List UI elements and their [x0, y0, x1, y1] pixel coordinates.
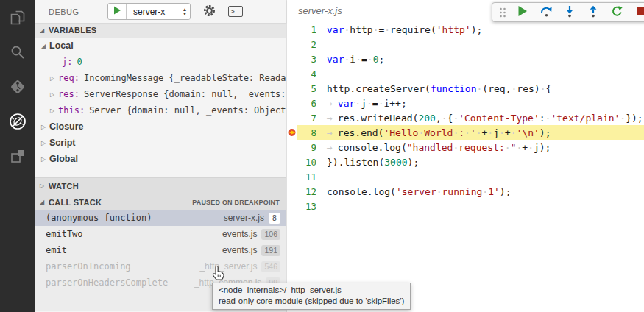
line-number: 13 — [299, 201, 316, 212]
code-line-12[interactable]: 12console.log('server·running·1'); — [287, 184, 644, 199]
code-line-6[interactable]: 6→var·j·=·i++; — [287, 96, 644, 110]
stop-button[interactable] — [631, 4, 644, 21]
restart-button[interactable] — [608, 4, 626, 21]
breakpoint-gutter[interactable] — [287, 22, 299, 37]
scope-row-global[interactable]: ▷Global — [35, 151, 286, 167]
frame-location: events.js191 — [222, 245, 280, 256]
breakpoint-gutter[interactable] — [287, 169, 299, 184]
launch-config-name: server-x — [127, 7, 180, 17]
frame-function-name: emit — [46, 245, 67, 255]
code-line-10[interactable]: 10}).listen(3000); — [287, 155, 644, 169]
continue-icon — [517, 5, 528, 19]
breakpoint-gutter[interactable] — [287, 184, 299, 199]
watch-pane-title: WATCH — [49, 182, 79, 191]
activity-bar — [0, 0, 35, 312]
code-line-1[interactable]: 1var·http·=·require('http'); — [287, 22, 644, 37]
code-line-4[interactable]: 4 — [287, 66, 644, 81]
scope-label: Local — [49, 40, 74, 51]
breakpoint-gutter[interactable] — [287, 199, 299, 213]
code-line-3[interactable]: 3var·i·=·0; — [287, 52, 644, 66]
step-into-button[interactable] — [561, 4, 578, 21]
frame-function-name: parserOnHeadersComplete — [46, 277, 168, 288]
step-out-button[interactable] — [584, 4, 602, 21]
variable-row-j[interactable]: j:0 — [35, 54, 286, 70]
chevron-collapsed-icon: ▷ — [50, 107, 58, 114]
variable-row-req[interactable]: ▷req:IncomingMessage {_readableState: Re… — [35, 70, 286, 86]
toolbar-drag-handle[interactable] — [498, 4, 508, 21]
variable-row-this[interactable]: ▷this:Server {domain: null, _events: Obj… — [35, 102, 286, 118]
mouse-cursor-hand-icon — [211, 265, 227, 286]
code-line-8[interactable]: 8→res.end('Hello·World·:·'·+·j·+·'\n'); — [287, 125, 644, 140]
search-tab[interactable] — [0, 35, 35, 69]
breakpoint-current-icon[interactable] — [287, 125, 299, 140]
callstack-frame-emittwo[interactable]: emitTwoevents.js106 — [35, 226, 286, 242]
explorer-tab[interactable] — [0, 0, 35, 35]
variable-value: Server {domain: null, _events: Object, … — [89, 105, 286, 116]
breakpoint-gutter[interactable] — [287, 140, 299, 155]
select-stepper-icon: ▲▼ — [180, 7, 190, 15]
sidebar-title: DEBUG — [49, 7, 79, 16]
variable-name: res: — [58, 89, 79, 99]
source-control-tab[interactable] — [0, 69, 35, 104]
debug-tab[interactable] — [0, 104, 35, 138]
scope-label: Script — [49, 138, 75, 148]
code-line-9[interactable]: 9→console.log("handled·request:·"·+·j); — [287, 140, 644, 155]
variable-value: IncomingMessage {_readableState: Readabl… — [84, 73, 286, 83]
debug-titlebar: DEBUG server-x ▲▼ — [35, 0, 286, 23]
tooltip-info-line: read-only core module (skipped due to 's… — [219, 296, 404, 307]
frame-function-name: emitTwo — [46, 229, 83, 239]
code-line-5[interactable]: 5http.createServer(function·(req,·res)·{ — [287, 81, 644, 96]
step-out-icon — [587, 5, 599, 20]
callstack-frame-anonymous-function[interactable]: (anonymous function)server-x.js8 — [35, 210, 286, 226]
variables-pane-header[interactable]: ◢ VARIABLES — [35, 23, 286, 38]
configure-launch-button[interactable] — [203, 4, 216, 19]
breakpoint-gutter[interactable] — [287, 96, 299, 110]
editor-file-title: server-x.js — [298, 5, 342, 16]
watch-pane-header[interactable]: ▷ WATCH — [35, 177, 286, 194]
code-line-2[interactable]: 2 — [287, 37, 644, 52]
breakpoint-gutter[interactable] — [287, 81, 299, 96]
chevron-collapsed-icon: ▷ — [40, 182, 49, 189]
breakpoint-gutter[interactable] — [287, 155, 299, 169]
line-number: 5 — [299, 83, 316, 94]
line-number: 3 — [299, 54, 316, 65]
chevron-collapsed-icon: ▷ — [50, 75, 58, 82]
variable-row-res[interactable]: ▷res:ServerResponse {domain: null, _even… — [35, 86, 286, 102]
open-debug-console-button[interactable]: > — [228, 6, 243, 17]
callstack-frame-emit[interactable]: emitevents.js191 — [35, 242, 286, 258]
gear-icon — [203, 4, 216, 19]
step-over-icon — [540, 5, 553, 20]
breakpoint-gutter[interactable] — [287, 37, 299, 52]
launch-config-select[interactable]: server-x ▲▼ — [127, 4, 190, 19]
breakpoint-gutter[interactable] — [287, 52, 299, 66]
breakpoint-gutter[interactable] — [287, 66, 299, 81]
callstack-frame-parseronincoming[interactable]: parserOnIncoming_http_server.js546 — [35, 258, 286, 274]
search-icon — [9, 43, 26, 61]
continue-button[interactable] — [514, 4, 531, 21]
code-text: http.createServer(function·(req,·res)·{ — [327, 83, 551, 94]
breakpoint-gutter[interactable] — [287, 110, 299, 125]
code-text: var·http·=·require('http'); — [327, 24, 482, 35]
scope-row-script[interactable]: ▷Script — [35, 135, 286, 151]
frame-line-badge: 191 — [261, 245, 280, 256]
code-line-13[interactable]: 13 — [287, 199, 644, 213]
start-debug-button[interactable] — [108, 4, 127, 19]
frame-location: server-x.js8 — [224, 213, 280, 224]
chevron-collapsed-icon: ▷ — [41, 156, 49, 163]
git-branch-icon — [9, 78, 26, 96]
code-text: }).listen(3000); — [327, 157, 419, 168]
scope-row-local[interactable]: ◢Local — [35, 38, 286, 54]
extensions-tab[interactable] — [0, 138, 35, 173]
code-line-7[interactable]: 7→res.writeHead(200,·{·'Content-Type':·'… — [287, 110, 644, 125]
line-number: 8 — [299, 127, 316, 138]
step-over-button[interactable] — [537, 4, 555, 21]
code-text: →console.log("handled·request:·"·+·j); — [327, 142, 551, 153]
debug-toolbar — [492, 2, 644, 22]
code-line-11[interactable]: 11 — [287, 169, 644, 184]
files-icon — [9, 9, 26, 26]
launch-control: server-x ▲▼ — [107, 3, 191, 20]
callstack-pane-header[interactable]: ◢ CALL STACK PAUSED ON BREAKPOINT — [35, 194, 286, 210]
scope-row-closure[interactable]: ▷Closure — [35, 118, 286, 135]
restart-icon — [611, 5, 623, 20]
frame-file-name: server-x.js — [224, 213, 264, 223]
